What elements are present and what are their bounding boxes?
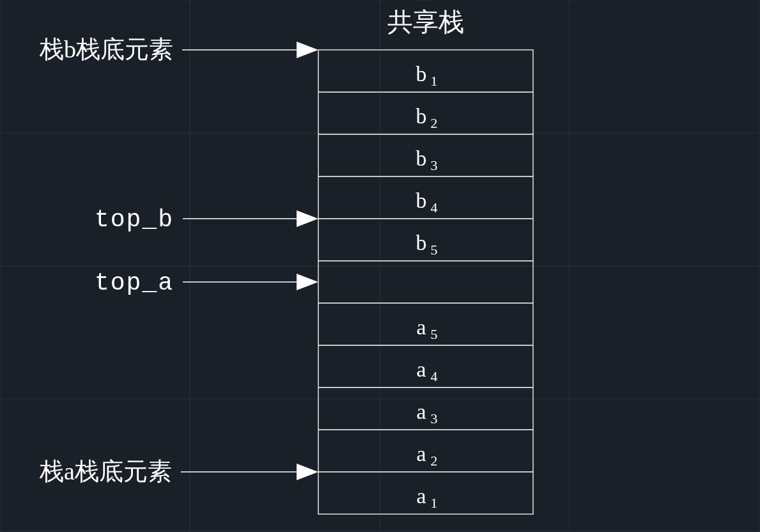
arrow-head-icon xyxy=(297,42,318,58)
cell-base: a xyxy=(416,400,426,423)
cell-base: a xyxy=(416,357,426,381)
stack-cell: b1 xyxy=(416,62,438,89)
stack-cell: b4 xyxy=(416,189,438,215)
arrow-head-icon xyxy=(297,210,318,227)
cell-base: b xyxy=(416,104,427,128)
pointer-label: top_a xyxy=(95,269,174,297)
arrow-head-icon xyxy=(297,464,318,480)
cell-base: a xyxy=(416,315,426,339)
cell-subscript: 2 xyxy=(431,453,438,469)
pointer-2: top_a xyxy=(95,269,318,297)
pointer-label: 栈b栈底元素 xyxy=(39,36,173,63)
diagram-canvas: 共享栈 b1b2b3b4b5a5a4a3a2a1 栈b栈底元素top_btop_… xyxy=(0,0,760,532)
stack-cell: a3 xyxy=(416,400,437,426)
stack-cell: a4 xyxy=(416,357,437,384)
stack-cell: a5 xyxy=(416,315,437,342)
cell-subscript: 5 xyxy=(431,242,438,258)
pointer-label: 栈a栈底元素 xyxy=(39,458,172,485)
cell-subscript: 2 xyxy=(431,115,438,131)
pointer-label: top_b xyxy=(95,206,174,233)
pointer-arrows: 栈b栈底元素top_btop_a栈a栈底元素 xyxy=(39,36,318,485)
cell-base: b xyxy=(416,62,427,86)
stack-cell: a2 xyxy=(416,442,437,469)
stack-cell: b2 xyxy=(416,104,438,131)
cell-base: a xyxy=(416,484,426,508)
cell-base: b xyxy=(416,146,427,170)
stack-cell: b5 xyxy=(416,231,438,258)
cell-subscript: 5 xyxy=(431,326,438,342)
pointer-1: top_b xyxy=(95,206,318,233)
diagram-title: 共享栈 xyxy=(387,8,464,36)
cell-subscript: 4 xyxy=(431,199,438,215)
cell-base: b xyxy=(416,231,427,254)
shared-stack-table: b1b2b3b4b5a5a4a3a2a1 xyxy=(318,50,533,514)
arrow-head-icon xyxy=(297,274,318,290)
stack-cell: a1 xyxy=(416,484,437,511)
background-grid xyxy=(0,0,760,532)
cell-subscript: 1 xyxy=(431,73,438,89)
stack-cell: b3 xyxy=(416,146,438,173)
cell-base: b xyxy=(416,189,427,212)
cell-subscript: 3 xyxy=(431,411,438,426)
cell-subscript: 3 xyxy=(431,157,438,173)
cell-base: a xyxy=(416,442,426,465)
pointer-0: 栈b栈底元素 xyxy=(39,36,318,63)
cell-subscript: 1 xyxy=(431,495,438,511)
cell-subscript: 4 xyxy=(431,368,438,384)
pointer-3: 栈a栈底元素 xyxy=(39,458,318,485)
